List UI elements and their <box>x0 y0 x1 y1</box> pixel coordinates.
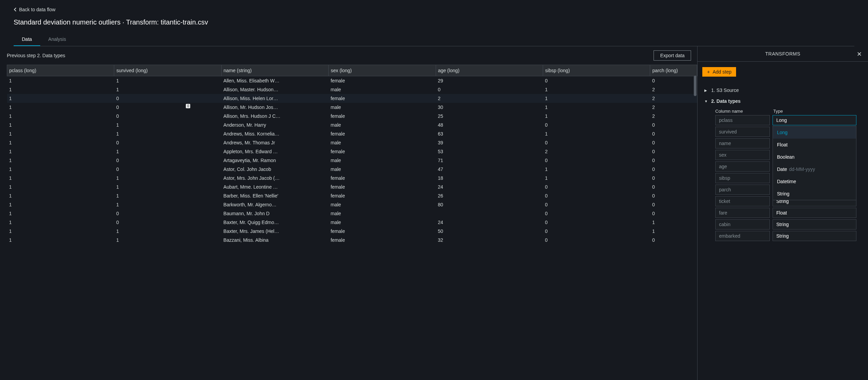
tab-analysis[interactable]: Analysis <box>40 33 74 46</box>
cell-pclass: 1 <box>7 94 114 103</box>
dropdown-option-boolean[interactable]: Boolean <box>773 151 856 163</box>
type-select[interactable]: String <box>773 219 856 229</box>
cell-sibsp: 0 <box>543 227 650 236</box>
table-row[interactable]: 100Allison, Mr. Hudson Jos…male3012 <box>7 103 697 112</box>
column-header-sibsp[interactable]: sibsp (long) <box>543 65 650 76</box>
step-row[interactable]: ▼2. Data types <box>702 96 863 107</box>
cell-parch: 0 <box>650 156 697 165</box>
page-title: Standard deviation numeric outliers · Tr… <box>14 18 854 26</box>
cell-pclass: 1 <box>7 103 114 112</box>
type-header: Type <box>773 109 856 114</box>
dropdown-option-date[interactable]: Datedd-MM-yyyy <box>773 163 856 175</box>
table-row[interactable]: 11Astor, Mrs. John Jacob (…female1810 <box>7 174 697 183</box>
column-name-input[interactable]: age <box>715 161 770 172</box>
cell-pclass: 1 <box>7 227 114 236</box>
cell-name: Anderson, Mr. Harry <box>221 121 328 129</box>
table-row[interactable]: 11Anderson, Mr. Harrymale4800 <box>7 121 697 129</box>
table-row[interactable]: 10Baumann, Mr. John Dmale00 <box>7 209 697 218</box>
column-header-age[interactable]: age (long) <box>436 65 543 76</box>
cell-sex: female <box>329 112 436 121</box>
vertical-scrollbar[interactable] <box>694 76 697 96</box>
table-row[interactable]: 10Allison, Mrs. Hudson J C…female2512 <box>7 112 697 121</box>
cell-sibsp: 1 <box>543 85 650 94</box>
cell-survived: 0 <box>114 112 221 121</box>
cell-sex: male <box>329 218 436 227</box>
type-select[interactable]: Float <box>773 208 856 218</box>
cell-sex: female <box>329 147 436 156</box>
cell-pclass: 1 <box>7 209 114 218</box>
cell-parch: 0 <box>650 129 697 138</box>
table-row[interactable]: 11Barber, Miss. Ellen 'Nellie'female2600 <box>7 191 697 200</box>
cell-age: 0 <box>436 85 543 94</box>
step-label: 1. S3 Source <box>711 88 739 93</box>
cell-age <box>436 209 543 218</box>
column-name-input[interactable]: pclass <box>715 115 770 125</box>
column-name-input[interactable]: sex <box>715 150 770 160</box>
dropdown-option-long[interactable]: Long <box>773 126 856 139</box>
cell-survived: 1 <box>114 85 221 94</box>
dropdown-option-datetime[interactable]: Datetime <box>773 175 856 188</box>
dropdown-option-string[interactable]: String <box>773 188 856 200</box>
cell-age: 29 <box>436 76 543 85</box>
step-row[interactable]: ▶1. S3 Source <box>702 85 863 96</box>
column-header-name[interactable]: name (string) <box>221 65 328 76</box>
cell-name: Allison, Mrs. Hudson J C… <box>221 112 328 121</box>
chevron-left-icon <box>14 7 16 12</box>
table-row[interactable]: 10Allison, Miss. Helen Lor…female212 <box>7 94 697 103</box>
table-row[interactable]: 11Appleton, Mrs. Edward …female5320 <box>7 147 697 156</box>
column-name-input[interactable]: fare <box>715 208 770 218</box>
cell-parch: 0 <box>650 138 697 147</box>
tab-data[interactable]: Data <box>14 33 40 46</box>
cell-sibsp: 1 <box>543 129 650 138</box>
column-header-pclass[interactable]: pclass (long) <box>7 65 114 76</box>
cell-survived: 1 <box>114 76 221 85</box>
type-select[interactable]: Long <box>773 115 856 125</box>
table-row[interactable]: 11Bazzani, Miss. Albinafemale3200 <box>7 236 697 244</box>
step-label: 2. Data types <box>711 98 740 104</box>
table-row[interactable]: 10Astor, Col. John Jacobmale4710 <box>7 165 697 174</box>
cell-survived: 1 <box>114 174 221 183</box>
table-row[interactable]: 11Andrews, Miss. Kornelia…female6310 <box>7 129 697 138</box>
table-row[interactable]: 11Allen, Miss. Elisabeth W…female2900 <box>7 76 697 85</box>
column-header-sex[interactable]: sex (long) <box>329 65 436 76</box>
table-row[interactable]: 10Artagaveytia, Mr. Ramonmale7100 <box>7 156 697 165</box>
dropdown-option-float[interactable]: Float <box>773 139 856 151</box>
cell-survived: 1 <box>114 129 221 138</box>
add-step-button[interactable]: + Add step <box>702 67 736 77</box>
table-row[interactable]: 10Andrews, Mr. Thomas Jrmale3900 <box>7 138 697 147</box>
column-name-input[interactable]: ticket <box>715 196 770 206</box>
caret-right-icon: ▶ <box>704 89 708 92</box>
cell-name: Astor, Col. John Jacob <box>221 165 328 174</box>
table-row[interactable]: 10Baxter, Mr. Quigg Edmo…male2401 <box>7 218 697 227</box>
table-row[interactable]: 11Allison, Master. Hudson…male012 <box>7 85 697 94</box>
cell-name: Andrews, Miss. Kornelia… <box>221 129 328 138</box>
cell-name: Andrews, Mr. Thomas Jr <box>221 138 328 147</box>
export-data-button[interactable]: Export data <box>654 50 691 61</box>
cell-pclass: 1 <box>7 76 114 85</box>
cell-sex: female <box>329 129 436 138</box>
table-row[interactable]: 11Barkworth, Mr. Algerno…male8000 <box>7 200 697 209</box>
table-row[interactable]: 11Aubart, Mme. Leontine …female2400 <box>7 183 697 191</box>
cell-survived: 0 <box>114 156 221 165</box>
cell-sibsp: 0 <box>543 191 650 200</box>
type-dropdown: LongFloatBooleanDatedd-MM-yyyyDatetimeSt… <box>773 126 856 200</box>
close-icon[interactable]: ✕ <box>857 50 862 58</box>
cell-parch: 0 <box>650 174 697 183</box>
column-name-input[interactable]: embarked <box>715 231 770 241</box>
column-name-input[interactable]: cabin <box>715 219 770 229</box>
table-row[interactable]: 11Baxter, Mrs. James (Hel…female5001 <box>7 227 697 236</box>
column-name-input[interactable]: parch <box>715 185 770 195</box>
cell-survived: 0 <box>114 209 221 218</box>
column-header-parch[interactable]: parch (long) <box>650 65 697 76</box>
column-name-input[interactable]: sibsp <box>715 173 770 183</box>
back-link[interactable]: Back to data flow <box>14 7 56 12</box>
column-header-survived[interactable]: survived (long) <box>114 65 221 76</box>
cell-sex: female <box>329 76 436 85</box>
type-select[interactable]: String <box>773 231 856 241</box>
column-name-input[interactable]: name <box>715 138 770 148</box>
cell-tooltip: 0 <box>186 104 191 108</box>
cell-pclass: 1 <box>7 85 114 94</box>
column-name-input[interactable]: survived <box>715 127 770 137</box>
cell-sex: male <box>329 138 436 147</box>
cell-sibsp: 0 <box>543 218 650 227</box>
